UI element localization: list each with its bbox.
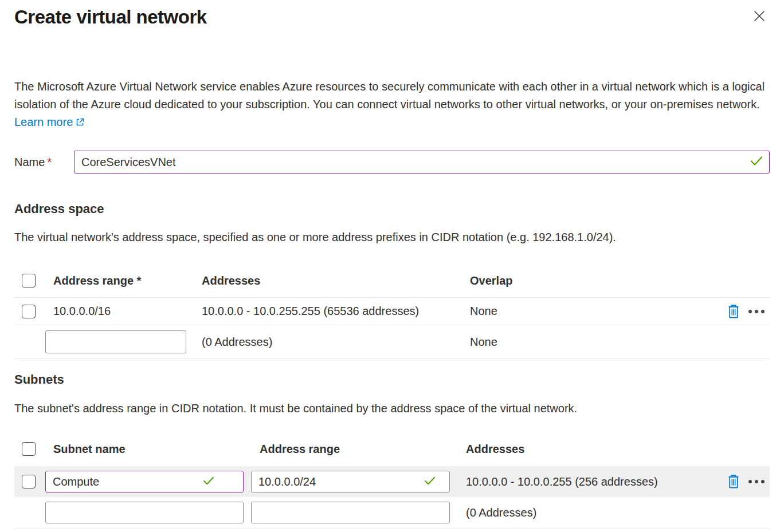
- valid-check-icon: [750, 156, 763, 168]
- address-space-row: 10.0.0.0/16 10.0.0.0 - 10.0.255.255 (655…: [14, 297, 770, 325]
- column-header-subnet-addresses: Addresses: [457, 443, 717, 456]
- subnet-range-valid-icon: [424, 475, 436, 488]
- addresses-value: 10.0.0.0 - 10.0.255.255 (65536 addresses…: [202, 305, 470, 318]
- subnets-table-header: Subnet name Address range Addresses: [14, 432, 770, 466]
- new-address-range-input[interactable]: [45, 330, 186, 353]
- subnet-select-all-checkbox[interactable]: [22, 442, 36, 456]
- address-space-description: The virtual network's address space, spe…: [14, 230, 770, 245]
- address-space-table-header: Address range * Addresses Overlap: [14, 264, 770, 297]
- panel-titlebar: Create virtual network: [14, 5, 770, 30]
- column-header-address-range: Address range *: [45, 274, 202, 287]
- trash-icon: [727, 474, 740, 489]
- subnet-addresses-placeholder: (0 Addresses): [457, 506, 717, 519]
- row-checkbox[interactable]: [22, 305, 36, 318]
- new-subnet-name-input[interactable]: [45, 502, 244, 523]
- column-header-addresses: Addresses: [202, 274, 470, 287]
- column-header-subnet-address-range: Address range: [251, 443, 457, 456]
- subnets-heading: Subnets: [14, 372, 770, 388]
- addresses-placeholder: (0 Addresses): [202, 336, 470, 349]
- learn-more-label: Learn more: [14, 116, 73, 128]
- subnet-address-range-input[interactable]: [251, 471, 450, 492]
- address-range-value: 10.0.0.0/16: [45, 305, 202, 318]
- close-icon: [752, 9, 767, 23]
- subnet-new-row: (0 Addresses): [14, 497, 770, 529]
- subnet-row-checkbox[interactable]: [22, 475, 36, 488]
- column-header-subnet-name: Subnet name: [45, 443, 251, 456]
- intro-text-body: The Microsoft Azure Virtual Network serv…: [14, 80, 765, 111]
- overlap-value: None: [470, 305, 717, 318]
- subnet-name-valid-icon: [203, 475, 214, 488]
- name-field-row: Name*: [14, 151, 770, 174]
- delete-subnet-button[interactable]: [727, 474, 740, 489]
- subnet-row-menu-button[interactable]: [748, 479, 766, 484]
- column-header-overlap: Overlap: [470, 274, 717, 287]
- new-subnet-address-range-input[interactable]: [251, 502, 450, 523]
- page-title: Create virtual network: [14, 5, 207, 30]
- create-virtual-network-panel: Create virtual network The Microsoft Azu…: [0, 0, 784, 532]
- address-space-new-row: (0 Addresses) None: [14, 325, 770, 359]
- trash-icon: [727, 304, 740, 319]
- required-asterisk: *: [47, 156, 52, 168]
- subnet-row: 10.0.0.0 - 10.0.0.255 (256 addresses): [14, 466, 770, 497]
- name-input[interactable]: [74, 151, 770, 174]
- subnet-addresses-value: 10.0.0.0 - 10.0.0.255 (256 addresses): [457, 475, 717, 488]
- overlap-placeholder: None: [470, 336, 717, 349]
- learn-more-link[interactable]: Learn more: [14, 116, 85, 128]
- external-link-icon: [75, 115, 85, 132]
- subnets-description: The subnet's address range in CIDR notat…: [14, 401, 770, 416]
- address-space-heading: Address space: [14, 201, 770, 217]
- ellipsis-icon: [748, 479, 766, 484]
- close-button[interactable]: [749, 6, 770, 26]
- row-menu-button[interactable]: [748, 309, 766, 314]
- delete-row-button[interactable]: [727, 304, 740, 319]
- select-all-checkbox[interactable]: [22, 274, 36, 287]
- name-field-label: Name*: [14, 156, 74, 169]
- ellipsis-icon: [748, 309, 766, 314]
- name-label-text: Name: [14, 156, 45, 168]
- intro-text: The Microsoft Azure Virtual Network serv…: [14, 78, 770, 132]
